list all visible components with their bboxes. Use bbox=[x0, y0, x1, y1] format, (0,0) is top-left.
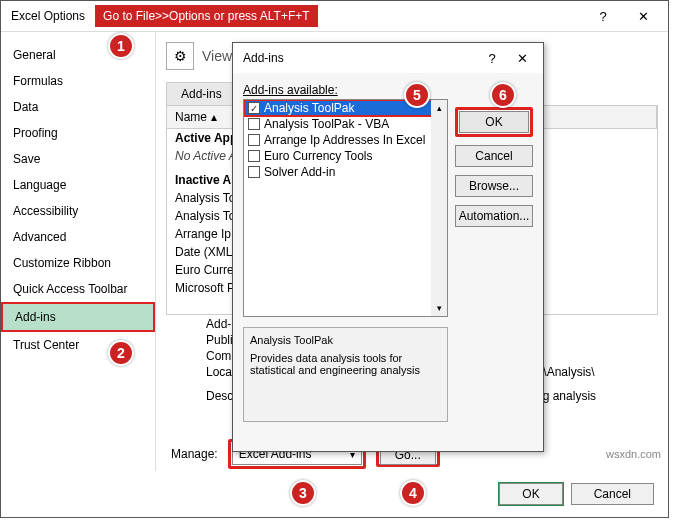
watermark: wsxdn.com bbox=[606, 448, 661, 460]
manage-label: Manage: bbox=[171, 447, 218, 461]
badge-2: 2 bbox=[108, 340, 134, 366]
options-sidebar: General Formulas Data Proofing Save Lang… bbox=[1, 32, 156, 471]
checkbox-icon[interactable] bbox=[248, 102, 260, 114]
badge-1: 1 bbox=[108, 33, 134, 59]
close-button[interactable]: ✕ bbox=[623, 5, 663, 27]
browse-button[interactable]: Browse... bbox=[455, 175, 533, 197]
sidebar-item-proofing[interactable]: Proofing bbox=[1, 120, 155, 146]
checkbox-icon[interactable] bbox=[248, 150, 260, 162]
checkbox-icon[interactable] bbox=[248, 118, 260, 130]
inner-close-button[interactable]: ✕ bbox=[507, 47, 537, 69]
ok-button[interactable]: OK bbox=[499, 483, 562, 505]
help-button[interactable]: ? bbox=[583, 5, 623, 27]
inner-cancel-button[interactable]: Cancel bbox=[455, 145, 533, 167]
sidebar-item-language[interactable]: Language bbox=[1, 172, 155, 198]
inner-help-button[interactable]: ? bbox=[477, 47, 507, 69]
sort-icon: ▴ bbox=[211, 110, 217, 124]
sidebar-item-advanced[interactable]: Advanced bbox=[1, 224, 155, 250]
badge-4: 4 bbox=[400, 480, 426, 506]
badge-3: 3 bbox=[290, 480, 316, 506]
sidebar-item-addins[interactable]: Add-ins bbox=[1, 302, 155, 332]
automation-button[interactable]: Automation... bbox=[455, 205, 533, 227]
sidebar-item-qat[interactable]: Quick Access Toolbar bbox=[1, 276, 155, 302]
cancel-button[interactable]: Cancel bbox=[571, 483, 654, 505]
scroll-down-icon[interactable]: ▾ bbox=[431, 300, 447, 316]
list-item[interactable]: Euro Currency Tools bbox=[244, 148, 447, 164]
inner-title: Add-ins bbox=[243, 51, 284, 65]
list-item[interactable]: Solver Add-in bbox=[244, 164, 447, 180]
sidebar-item-customize-ribbon[interactable]: Customize Ribbon bbox=[1, 250, 155, 276]
sidebar-item-formulas[interactable]: Formulas bbox=[1, 68, 155, 94]
badge-5: 5 bbox=[404, 82, 430, 108]
title-bar: Excel Options Go to File>>Options or pre… bbox=[1, 1, 668, 31]
badge-6: 6 bbox=[490, 82, 516, 108]
inner-ok-button[interactable]: OK bbox=[459, 111, 529, 133]
section-tab-addins: Add-ins bbox=[166, 82, 237, 105]
desc-body: Provides data analysis tools for statist… bbox=[250, 352, 441, 376]
description-box: Analysis ToolPak Provides data analysis … bbox=[243, 327, 448, 422]
scrollbar[interactable]: ▴ ▾ bbox=[431, 100, 447, 316]
dialog-title: Excel Options bbox=[11, 9, 85, 23]
sidebar-item-accessibility[interactable]: Accessibility bbox=[1, 198, 155, 224]
checkbox-icon[interactable] bbox=[248, 166, 260, 178]
sidebar-item-data[interactable]: Data bbox=[1, 94, 155, 120]
checkbox-icon[interactable] bbox=[248, 134, 260, 146]
scroll-up-icon[interactable]: ▴ bbox=[431, 100, 447, 116]
addins-listbox[interactable]: Analysis ToolPak Analysis ToolPak - VBA … bbox=[243, 99, 448, 317]
instruction-label: Go to File>>Options or press ALT+F+T bbox=[95, 5, 318, 27]
inner-title-bar: Add-ins ? ✕ bbox=[233, 43, 543, 73]
desc-title: Analysis ToolPak bbox=[250, 334, 441, 346]
addins-icon: ⚙ bbox=[166, 42, 194, 70]
sidebar-item-save[interactable]: Save bbox=[1, 146, 155, 172]
list-item[interactable]: Analysis ToolPak - VBA bbox=[244, 116, 447, 132]
list-item[interactable]: Arrange Ip Addresses In Excel bbox=[244, 132, 447, 148]
